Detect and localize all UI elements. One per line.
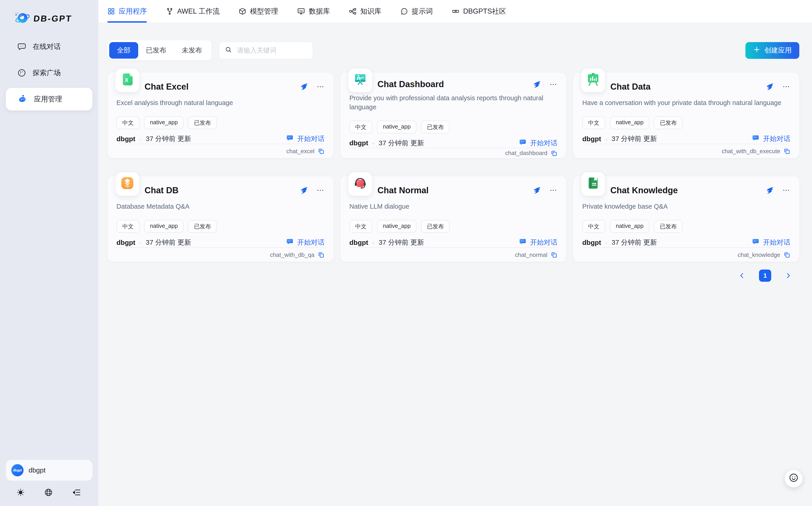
app-icon-box: X [116, 69, 139, 92]
copy-icon[interactable] [551, 251, 557, 258]
start-chat-label: 开始对话 [530, 238, 557, 247]
app-card[interactable]: Chat Data Have a conversation with your … [573, 73, 799, 158]
app-tag: native_app [144, 220, 184, 233]
filter-pill-0[interactable]: 全部 [109, 42, 138, 59]
app-card[interactable]: Chat Dashboard Provide you with professi… [340, 73, 566, 158]
app-card[interactable]: X Chat Excel Excel analysis through natu… [108, 73, 334, 158]
app-code: chat_with_db_execute [722, 148, 780, 155]
page-number-button[interactable]: 1 [759, 269, 771, 282]
filter-pill-1[interactable]: 已发布 [138, 42, 174, 59]
app-tag: 已发布 [421, 120, 450, 134]
app-code: chat_normal [515, 251, 547, 258]
chat-bubble-solid-icon [752, 134, 759, 144]
app-card[interactable]: Chat Knowledge Private knowledge base Q&… [573, 176, 799, 262]
more-menu-icon[interactable] [782, 186, 790, 194]
more-menu-icon[interactable] [549, 80, 557, 88]
app-tag: native_app [610, 220, 649, 233]
more-menu-icon[interactable] [782, 83, 790, 91]
feedback-fab[interactable] [785, 470, 803, 488]
user-pill[interactable]: dbgpt dbgpt [6, 460, 92, 481]
app-code: chat_dashboard [505, 150, 547, 157]
app-tag: 已发布 [654, 116, 683, 129]
app-card[interactable]: Chat DB Database Metadata Q&A 中文native_a… [108, 176, 334, 262]
create-app-button[interactable]: 创建应用 [745, 42, 799, 59]
theme-sun-icon[interactable] [16, 488, 25, 497]
robot-icon [17, 94, 28, 104]
filter-pill-2[interactable]: 未发布 [174, 42, 210, 59]
tab-6[interactable]: DBGPTS社区 [452, 0, 506, 23]
prev-page-button[interactable] [738, 272, 746, 279]
sidebar-item-apps[interactable]: 应用管理 [6, 88, 92, 110]
sidebar-menu: 在线对话 探索广场 应用管理 [0, 35, 98, 110]
share-wing-icon[interactable] [533, 80, 541, 88]
app-owner: dbgpt [349, 139, 368, 147]
app-code: chat_knowledge [738, 251, 780, 258]
app-owner: dbgpt [117, 239, 135, 246]
tab-2[interactable]: 模型管理 [239, 0, 278, 23]
dashboard-board-icon [353, 72, 368, 89]
app-title: Chat DB [145, 185, 179, 195]
tab-0[interactable]: 应用程序 [108, 0, 147, 23]
tab-label: 应用程序 [119, 7, 147, 16]
app-title: Chat Data [610, 82, 651, 92]
community-blocks-icon [452, 7, 460, 15]
share-wing-icon[interactable] [766, 186, 774, 194]
main-area: 应用程序 AWEL 工作流 模型管理 SQL 数据库 知识库 提示词 DBGPT… [98, 0, 812, 506]
tab-4[interactable]: 知识库 [349, 0, 381, 23]
brand-logo[interactable]: DB-GPT [0, 0, 98, 28]
share-wing-icon[interactable] [533, 186, 541, 194]
tab-1[interactable]: AWEL 工作流 [166, 0, 219, 23]
sidebar-item-label: 在线对话 [32, 42, 61, 51]
start-chat-link[interactable]: 开始对话 [752, 238, 790, 247]
sidebar-item-explore[interactable]: 探索广场 [6, 62, 92, 84]
start-chat-label: 开始对话 [763, 134, 790, 144]
meta-separator: · [372, 139, 375, 147]
app-tag: 中文 [582, 116, 605, 129]
next-page-button[interactable] [784, 272, 792, 279]
chat-bubble-solid-icon [519, 238, 527, 247]
copy-icon[interactable] [784, 148, 790, 155]
tab-5[interactable]: 提示词 [400, 0, 433, 23]
start-chat-link[interactable]: 开始对话 [286, 238, 325, 247]
collapse-sidebar-icon[interactable] [72, 488, 81, 497]
app-tag: 已发布 [188, 220, 217, 233]
copy-icon[interactable] [551, 150, 557, 157]
share-wing-icon[interactable] [300, 83, 308, 91]
search-input[interactable] [236, 46, 307, 55]
user-name: dbgpt [28, 467, 46, 474]
app-card[interactable]: Chat Normal Native LLM dialogue 中文native… [340, 176, 566, 262]
dbgpt-planet-logo-icon [14, 9, 31, 28]
share-wing-icon[interactable] [766, 83, 774, 91]
plus-icon [753, 46, 760, 55]
app-tag: 已发布 [654, 220, 683, 233]
start-chat-link[interactable]: 开始对话 [519, 238, 557, 247]
app-tags: 中文native_app已发布 [117, 220, 325, 233]
app-title: Chat Normal [378, 185, 429, 195]
top-navigation-bar: 应用程序 AWEL 工作流 模型管理 SQL 数据库 知识库 提示词 DBGPT… [98, 0, 812, 23]
copy-icon[interactable] [784, 251, 790, 258]
app-icon-box [581, 69, 605, 92]
start-chat-link[interactable]: 开始对话 [752, 134, 790, 144]
top-tabs: 应用程序 AWEL 工作流 模型管理 SQL 数据库 知识库 提示词 DBGPT… [108, 0, 506, 23]
app-description: Provide you with professional data analy… [349, 94, 557, 111]
language-globe-icon[interactable] [44, 488, 53, 497]
more-menu-icon[interactable] [316, 83, 325, 91]
tab-label: AWEL 工作流 [177, 7, 219, 16]
more-menu-icon[interactable] [549, 186, 557, 194]
app-tag: native_app [377, 220, 416, 233]
app-tags: 中文native_app已发布 [582, 220, 790, 233]
copy-icon[interactable] [318, 251, 325, 258]
start-chat-link[interactable]: 开始对话 [286, 134, 325, 144]
copy-icon[interactable] [318, 148, 325, 155]
more-menu-icon[interactable] [316, 186, 325, 194]
sidebar-item-chat[interactable]: 在线对话 [6, 35, 92, 58]
start-chat-link[interactable]: 开始对话 [519, 139, 557, 148]
tab-label: 数据库 [309, 7, 330, 16]
chat-bubble-solid-icon [286, 238, 294, 247]
start-chat-label: 开始对话 [297, 134, 325, 144]
share-wing-icon[interactable] [300, 186, 308, 194]
app-description: Have a conversation with your private da… [582, 98, 790, 107]
app-card-grid: X Chat Excel Excel analysis through natu… [108, 73, 799, 262]
tab-3[interactable]: SQL 数据库 [297, 0, 330, 23]
app-description: Database Metadata Q&A [117, 202, 325, 211]
